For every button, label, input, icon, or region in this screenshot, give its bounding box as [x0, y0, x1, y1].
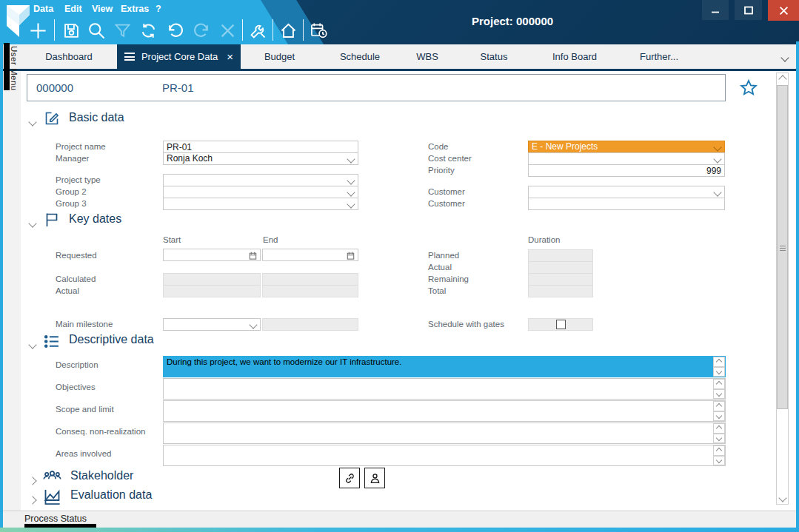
- customer-input[interactable]: [528, 198, 725, 210]
- person-button[interactable]: [364, 468, 385, 488]
- chevron-down-icon: [713, 188, 721, 196]
- tab-schedule[interactable]: Schedule: [318, 44, 401, 69]
- scroll-down-icon[interactable]: [713, 367, 725, 377]
- group-2-select[interactable]: [163, 186, 358, 198]
- objectives-textarea[interactable]: [163, 378, 726, 400]
- close-button[interactable]: [768, 0, 799, 21]
- vertical-scrollbar[interactable]: [776, 73, 789, 505]
- planning-calendar-icon[interactable]: [306, 18, 331, 43]
- chevron-down-icon: [249, 320, 257, 329]
- refresh-icon[interactable]: [136, 18, 161, 43]
- calendar-icon[interactable]: [346, 251, 355, 263]
- chevron-down-icon: [347, 188, 355, 196]
- tab-wbs[interactable]: WBS: [401, 44, 453, 69]
- undo-icon[interactable]: [162, 18, 187, 43]
- menu-data[interactable]: Data: [33, 4, 53, 14]
- planned-duration-field: [528, 249, 593, 262]
- menu-edit[interactable]: Edit: [64, 4, 82, 14]
- maximize-button[interactable]: [735, 0, 762, 20]
- side-strip: [3, 71, 21, 511]
- chevron-down-icon: [347, 155, 355, 163]
- chevron-down-icon: [347, 176, 355, 184]
- tab-further[interactable]: Further...: [615, 44, 703, 69]
- tab-label: Further...: [640, 51, 678, 62]
- redo-icon[interactable]: [189, 18, 214, 43]
- field-label: Cost center: [428, 154, 472, 163]
- project-name-input[interactable]: [163, 141, 358, 153]
- save-icon[interactable]: [58, 18, 84, 43]
- scrollbar-grip: [780, 244, 786, 252]
- manager-select[interactable]: Ronja Koch: [163, 152, 358, 165]
- chevron-down-icon: [347, 200, 355, 208]
- description-textarea[interactable]: During this project, we want to moderniz…: [163, 356, 726, 377]
- cancel-icon[interactable]: [215, 18, 240, 43]
- tab-budget[interactable]: Budget: [241, 44, 318, 69]
- search-icon[interactable]: [84, 18, 109, 43]
- field-label: Group 2: [56, 187, 87, 196]
- scroll-up-icon[interactable]: [713, 423, 725, 434]
- tab-status[interactable]: Status: [453, 44, 535, 69]
- tab-overflow-chevron-icon[interactable]: [782, 50, 788, 64]
- tab-dashboard[interactable]: Dashboard: [21, 44, 117, 69]
- scope-and-limit-textarea[interactable]: [163, 400, 726, 422]
- window-border-left: [0, 41, 3, 528]
- list-icon: [42, 332, 61, 354]
- project-number: 000000: [36, 81, 73, 94]
- link-button[interactable]: [339, 468, 360, 488]
- scroll-up-icon[interactable]: [713, 379, 725, 389]
- requested-end-date-input[interactable]: [262, 249, 358, 261]
- section-expand-chevron[interactable]: [30, 474, 36, 487]
- scrollbar-up-icon[interactable]: [777, 73, 788, 85]
- customer-select[interactable]: [528, 186, 725, 198]
- section-collapse-chevron[interactable]: [30, 337, 36, 351]
- project-header-box[interactable]: 000000 PR-01: [27, 74, 726, 101]
- plus-icon[interactable]: [25, 18, 50, 43]
- group-3-select[interactable]: [163, 198, 358, 210]
- areas-involved-textarea[interactable]: [163, 445, 726, 466]
- flag-icon: [43, 211, 61, 232]
- window-border-right: [796, 41, 799, 528]
- tools-icon[interactable]: [245, 18, 270, 43]
- section-expand-chevron[interactable]: [30, 493, 36, 506]
- home-icon[interactable]: [275, 18, 301, 43]
- priority-input[interactable]: [528, 164, 725, 177]
- tab-info-board[interactable]: Info Board: [535, 44, 615, 69]
- scroll-down-icon[interactable]: [713, 434, 725, 444]
- scroll-down-icon[interactable]: [713, 411, 725, 422]
- scroll-down-icon[interactable]: [713, 456, 725, 466]
- menu-extras[interactable]: Extras: [121, 4, 149, 14]
- scrollbar-thumb[interactable]: [777, 85, 788, 409]
- cost-center-select[interactable]: [528, 152, 725, 165]
- scroll-up-icon[interactable]: [713, 445, 725, 456]
- scroll-up-icon[interactable]: [713, 401, 725, 411]
- code-select[interactable]: E - New Projects: [528, 141, 725, 153]
- main-milestone-select[interactable]: [163, 318, 261, 331]
- actual-duration-field: [528, 261, 593, 274]
- scroll-up-icon[interactable]: [713, 357, 725, 367]
- conseq-non-realization-textarea[interactable]: [163, 422, 726, 444]
- filter-icon[interactable]: [110, 18, 135, 43]
- section-collapse-chevron[interactable]: [30, 216, 36, 229]
- field-label: Conseq. non-realization: [56, 427, 145, 436]
- scrollbar-down-icon[interactable]: [777, 492, 788, 504]
- tab-project-core-data[interactable]: Project Core Data ×: [117, 44, 241, 69]
- requested-start-date-input[interactable]: [163, 249, 261, 261]
- section-title-evaluation-data: Evaluation data: [70, 488, 152, 502]
- menu-view[interactable]: View: [92, 4, 113, 14]
- favorite-star-icon[interactable]: [739, 78, 758, 101]
- scroll-down-icon[interactable]: [713, 389, 725, 400]
- schedule-with-gates-checkbox[interactable]: [556, 320, 566, 329]
- minimize-button[interactable]: [702, 0, 729, 20]
- field-label: Customer: [428, 199, 465, 208]
- section-collapse-chevron[interactable]: [30, 115, 36, 128]
- tab-close-icon[interactable]: ×: [227, 50, 233, 63]
- calendar-icon[interactable]: [248, 251, 258, 263]
- project-type-select[interactable]: [163, 174, 358, 186]
- user-menu-vertical-tab[interactable]: User Menu: [10, 46, 19, 91]
- field-label: Priority: [428, 166, 455, 175]
- field-label: Actual: [56, 286, 79, 295]
- column-header-start: Start: [163, 235, 181, 244]
- field-label: Total: [428, 286, 446, 295]
- menu-help[interactable]: ?: [156, 4, 161, 14]
- hamburger-icon: [124, 51, 135, 63]
